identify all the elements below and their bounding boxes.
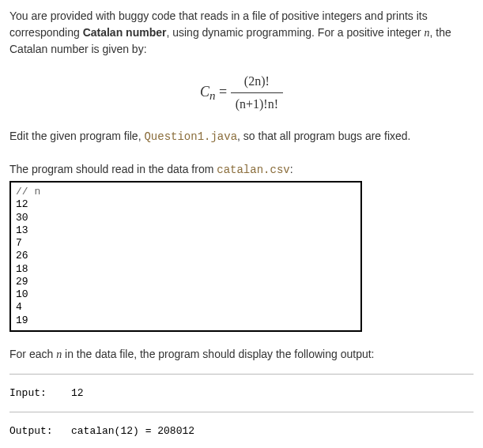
csv-line: 30 (16, 212, 356, 224)
catalan-bold: Catalan number (83, 26, 167, 39)
output-line: Output: catalan(12) = 208012 (9, 424, 474, 439)
edit-filename: Question1.java (144, 130, 237, 143)
edit-paragraph: Edit the given program file, Question1.j… (9, 128, 474, 145)
formula-numerator: (2n)! (231, 72, 283, 93)
input-value: 12 (71, 387, 84, 399)
csv-line: 4 (16, 301, 356, 314)
foreach-text-1: For each (9, 348, 56, 360)
csv-header: // n (16, 186, 356, 198)
intro-text-2: , using dynamic programming. For a posit… (166, 26, 424, 39)
formula-eq: = (216, 84, 231, 100)
csv-line: 12 (16, 198, 356, 211)
edit-text-1: Edit the given program file, (9, 130, 144, 142)
formula-denominator: (n+1)!n! (231, 93, 283, 114)
formula-fraction: (2n)!(n+1)!n! (231, 72, 283, 114)
formula-C: C (200, 84, 209, 100)
input-label: Input: (9, 387, 47, 399)
divider (9, 412, 474, 412)
csv-line: 19 (16, 314, 356, 327)
read-text-2: : (290, 163, 293, 175)
read-filename: catalan.csv (217, 164, 289, 176)
csv-box: // n 12 30 13 7 26 18 29 10 4 19 (9, 181, 362, 332)
read-text-1: The program should read in the data from (9, 163, 217, 175)
edit-text-2: , so that all program bugs are fixed. (237, 130, 410, 142)
intro-paragraph: You are provided with buggy code that re… (9, 8, 474, 58)
formula-sub: n (209, 89, 216, 102)
csv-line: 13 (16, 224, 356, 237)
csv-line: 7 (16, 237, 356, 250)
output-value: catalan(12) = 208012 (71, 425, 194, 437)
csv-line: 26 (16, 250, 356, 262)
csv-line: 18 (16, 263, 356, 276)
divider (9, 374, 474, 375)
csv-line: 10 (16, 288, 356, 301)
output-label: Output: (9, 425, 53, 437)
formula: Cn = (2n)!(n+1)!n! (9, 72, 474, 114)
input-line: Input: 12 (9, 386, 474, 401)
foreach-text-2: in the data file, the program should dis… (62, 348, 374, 360)
foreach-paragraph: For each n in the data file, the program… (9, 346, 474, 363)
csv-line: 29 (16, 276, 356, 288)
read-paragraph: The program should read in the data from… (9, 161, 474, 179)
